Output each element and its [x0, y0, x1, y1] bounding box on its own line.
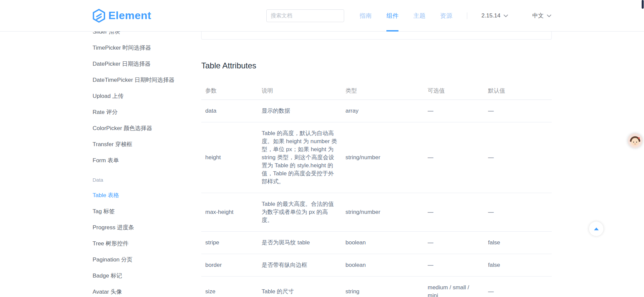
table-column-header: 说明 — [258, 82, 341, 100]
mascot-avatar[interactable] — [628, 133, 642, 148]
table-column-header: 默认值 — [484, 82, 552, 100]
cell-accepted: — — [424, 193, 484, 232]
cell-desc: Table 的最大高度。合法的值为数字或者单位为 px 的高度。 — [258, 193, 341, 232]
cell-default: — — [484, 277, 552, 297]
search-box — [266, 9, 344, 22]
cell-desc: Table 的尺寸 — [258, 277, 341, 297]
sidebar-item-tag[interactable]: Tag 标签 — [93, 203, 197, 219]
cell-accepted: — — [424, 122, 484, 193]
main-content: Table Attributes 参数说明类型可选值默认值 data显示的数据a… — [201, 31, 552, 297]
sidebar-item-colorpicker[interactable]: ColorPicker 颜色选择器 — [93, 120, 197, 136]
sidebar-item-timepicker[interactable]: TimePicker 时间选择器 — [93, 40, 197, 56]
attr-row-stripe: stripe是否为斑马纹 tableboolean—false — [201, 232, 552, 254]
header: Element 指南组件主题资源 2.15.14 中文 — [0, 0, 644, 32]
section-title: Table Attributes — [201, 61, 552, 70]
cell-type: string/number — [341, 122, 424, 193]
logo-text: Element — [108, 9, 151, 22]
table-header-row: 参数说明类型可选值默认值 — [201, 82, 552, 100]
cell-param: data — [201, 100, 258, 122]
chevron-down-icon — [503, 12, 508, 19]
sidebar-item-badge[interactable]: Badge 标记 — [93, 268, 197, 284]
mascot-face-icon — [628, 133, 642, 148]
cell-default: — — [484, 122, 552, 193]
cell-accepted: — — [424, 232, 484, 254]
sidebar: Slider 滑块TimePicker 时间选择器DatePicker 日期选择… — [93, 23, 197, 297]
demo-box-bottom — [201, 31, 552, 40]
attr-row-height: heightTable 的高度，默认为自动高度。如果 height 为 numb… — [201, 122, 552, 193]
chevron-down-icon — [547, 12, 551, 19]
nav-item-theme[interactable]: 主题 — [413, 0, 425, 31]
version-label: 2.15.14 — [481, 12, 500, 19]
sidebar-item-pagination[interactable]: Pagination 分页 — [93, 251, 197, 268]
cell-desc: Table 的高度，默认为自动高度。如果 height 为 number 类型，… — [258, 122, 341, 193]
cell-param: stripe — [201, 232, 258, 254]
table-column-header: 类型 — [341, 82, 424, 100]
header-inner: Element 指南组件主题资源 2.15.14 中文 — [93, 0, 551, 31]
header-right: 指南组件主题资源 2.15.14 中文 — [266, 0, 551, 31]
attr-row-border: border是否带有纵向边框boolean—false — [201, 254, 552, 277]
element-logo[interactable]: Element — [93, 9, 151, 23]
cell-default: false — [484, 254, 552, 277]
attr-row-size: sizeTable 的尺寸stringmedium / small / mini… — [201, 277, 552, 297]
sidebar-item-table[interactable]: Table 表格 — [93, 187, 197, 203]
element-logo-icon — [93, 9, 105, 23]
table-column-header: 参数 — [201, 82, 258, 100]
main-nav: 指南组件主题资源 — [360, 0, 452, 31]
attr-row-data: data显示的数据array—— — [201, 100, 552, 122]
sidebar-item-datepicker[interactable]: DatePicker 日期选择器 — [93, 56, 197, 72]
cell-desc: 是否带有纵向边框 — [258, 254, 341, 277]
language-select[interactable]: 中文 — [532, 12, 551, 19]
cell-param: height — [201, 122, 258, 193]
header-divider — [467, 12, 467, 19]
search-input[interactable] — [266, 9, 344, 22]
sidebar-item-upload[interactable]: Upload 上传 — [93, 88, 197, 104]
cell-accepted: — — [424, 100, 484, 122]
back-to-top-button[interactable] — [589, 222, 603, 236]
cell-param: max-height — [201, 193, 258, 232]
sidebar-item-rate[interactable]: Rate 评分 — [93, 104, 197, 120]
cell-type: string/number — [341, 193, 424, 232]
cell-type: boolean — [341, 232, 424, 254]
caret-up-icon — [594, 227, 599, 231]
cell-default: false — [484, 232, 552, 254]
sidebar-category-data: Data — [93, 172, 197, 187]
cell-type: boolean — [341, 254, 424, 277]
sidebar-item-form[interactable]: Form 表单 — [93, 152, 197, 168]
attr-row-max-height: max-heightTable 的最大高度。合法的值为数字或者单位为 px 的高… — [201, 193, 552, 232]
cell-accepted: medium / small / mini — [424, 277, 484, 297]
sidebar-item-transfer[interactable]: Transfer 穿梭框 — [93, 136, 197, 152]
sidebar-item-tree[interactable]: Tree 树形控件 — [93, 235, 197, 251]
cell-desc: 是否为斑马纹 table — [258, 232, 341, 254]
attributes-table: 参数说明类型可选值默认值 data显示的数据array——heightTable… — [201, 82, 552, 297]
sidebar-item-avatar[interactable]: Avatar 头像 — [93, 284, 197, 297]
cell-default: — — [484, 193, 552, 232]
nav-item-resources[interactable]: 资源 — [440, 0, 452, 31]
version-select[interactable]: 2.15.14 — [481, 12, 508, 19]
sidebar-item-progress[interactable]: Progress 进度条 — [93, 219, 197, 235]
cell-type: string — [341, 277, 424, 297]
nav-item-guide[interactable]: 指南 — [360, 0, 372, 31]
cell-param: size — [201, 277, 258, 297]
scrollbar-thumb[interactable] — [642, 0, 644, 9]
sidebar-item-datetimepicker[interactable]: DateTimePicker 日期时间选择器 — [93, 72, 197, 88]
cell-param: border — [201, 254, 258, 277]
cell-type: array — [341, 100, 424, 122]
cell-desc: 显示的数据 — [258, 100, 341, 122]
page: Element 指南组件主题资源 2.15.14 中文 — [0, 0, 644, 297]
language-label: 中文 — [532, 12, 544, 19]
cell-accepted: — — [424, 254, 484, 277]
nav-item-components[interactable]: 组件 — [386, 0, 398, 31]
table-column-header: 可选值 — [424, 82, 484, 100]
cell-default: — — [484, 100, 552, 122]
